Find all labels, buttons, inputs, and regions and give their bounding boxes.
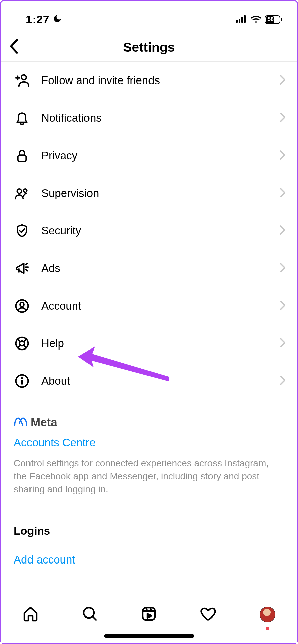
- page-header: Settings: [1, 33, 297, 62]
- add-account-link[interactable]: Add account: [14, 553, 284, 566]
- svg-marker-34: [147, 614, 152, 618]
- lifebuoy-icon: [14, 336, 30, 351]
- settings-item-label: About: [41, 375, 280, 387]
- meta-brand: Meta: [14, 416, 284, 429]
- chevron-right-icon: [280, 112, 286, 124]
- settings-item-follow-invite[interactable]: Follow and invite friends: [1, 62, 297, 99]
- settings-item-account[interactable]: Account: [1, 287, 297, 325]
- tab-reels[interactable]: [139, 604, 159, 625]
- svg-line-13: [26, 263, 28, 265]
- svg-rect-3: [244, 15, 246, 23]
- avatar-icon: [260, 607, 275, 622]
- account-circle-icon: [14, 299, 30, 313]
- shield-check-icon: [14, 223, 30, 238]
- tab-bar: [1, 596, 297, 643]
- settings-list: Follow and invite friends Notifications …: [1, 62, 297, 400]
- battery-icon: 58: [265, 15, 282, 24]
- status-indicators: 58: [236, 15, 282, 24]
- chevron-right-icon: [280, 225, 286, 236]
- svg-line-21: [24, 345, 26, 348]
- info-icon: [14, 374, 30, 388]
- wifi-icon: [251, 15, 261, 24]
- svg-point-9: [21, 75, 26, 80]
- chevron-right-icon: [280, 75, 286, 86]
- settings-item-ads[interactable]: Ads: [1, 250, 297, 287]
- status-time-group: 1:27: [26, 13, 62, 26]
- moon-icon: [53, 13, 62, 26]
- accounts-centre-link[interactable]: Accounts Centre: [14, 436, 284, 449]
- logins-section: Logins Add account: [1, 511, 297, 580]
- lock-icon: [14, 148, 30, 163]
- settings-item-label: Help: [41, 337, 280, 350]
- tab-home[interactable]: [20, 604, 41, 625]
- svg-line-29: [93, 616, 96, 620]
- home-indicator: [104, 634, 194, 638]
- bell-icon: [14, 111, 30, 125]
- notification-dot-icon: [266, 627, 269, 630]
- settings-item-label: Ads: [41, 262, 280, 275]
- settings-item-label: Account: [41, 300, 280, 312]
- svg-rect-0: [236, 20, 238, 23]
- svg-point-26: [22, 378, 22, 379]
- svg-rect-6: [281, 18, 282, 21]
- svg-rect-1: [239, 19, 240, 23]
- svg-line-20: [18, 339, 20, 342]
- meta-logo-icon: [14, 417, 28, 428]
- tab-activity[interactable]: [198, 604, 218, 625]
- megaphone-icon: [14, 261, 30, 276]
- svg-rect-10: [18, 155, 26, 161]
- chevron-right-icon: [280, 300, 286, 312]
- settings-item-about[interactable]: About: [1, 362, 297, 400]
- battery-percent: 58: [267, 16, 274, 22]
- settings-item-security[interactable]: Security: [1, 212, 297, 250]
- settings-item-label: Security: [41, 224, 280, 237]
- heart-icon: [200, 606, 217, 623]
- svg-line-23: [24, 339, 26, 342]
- settings-item-notifications[interactable]: Notifications: [1, 99, 297, 137]
- settings-item-help[interactable]: Help: [1, 325, 297, 362]
- home-icon: [22, 606, 39, 623]
- meta-section: Meta Accounts Centre Control settings fo…: [1, 400, 297, 511]
- svg-point-17: [20, 303, 24, 307]
- svg-line-22: [18, 345, 20, 348]
- svg-point-12: [24, 189, 27, 192]
- status-time: 1:27: [26, 13, 49, 26]
- chevron-right-icon: [280, 375, 286, 387]
- svg-rect-2: [241, 17, 243, 23]
- tab-profile[interactable]: [257, 604, 278, 625]
- meta-brand-text: Meta: [31, 416, 57, 429]
- chevron-right-icon: [280, 338, 286, 349]
- user-plus-icon: [14, 73, 30, 88]
- back-button[interactable]: [8, 39, 20, 55]
- logins-heading: Logins: [14, 525, 284, 537]
- chevron-right-icon: [280, 187, 286, 199]
- settings-item-label: Follow and invite friends: [41, 74, 280, 87]
- tab-search[interactable]: [80, 604, 100, 625]
- svg-point-11: [17, 189, 21, 193]
- settings-item-label: Notifications: [41, 112, 280, 124]
- chevron-right-icon: [280, 263, 286, 274]
- cellular-icon: [236, 15, 247, 24]
- settings-item-privacy[interactable]: Privacy: [1, 137, 297, 174]
- reels-icon: [141, 606, 157, 623]
- settings-item-label: Supervision: [41, 187, 280, 200]
- meta-description: Control settings for connected experienc…: [14, 457, 284, 496]
- settings-item-label: Privacy: [41, 149, 280, 162]
- people-icon: [14, 186, 30, 201]
- svg-line-15: [26, 270, 28, 271]
- status-bar: 1:27 58: [1, 1, 297, 33]
- settings-item-supervision[interactable]: Supervision: [1, 174, 297, 212]
- search-icon: [82, 606, 98, 623]
- chevron-right-icon: [280, 150, 286, 161]
- page-title: Settings: [123, 40, 175, 55]
